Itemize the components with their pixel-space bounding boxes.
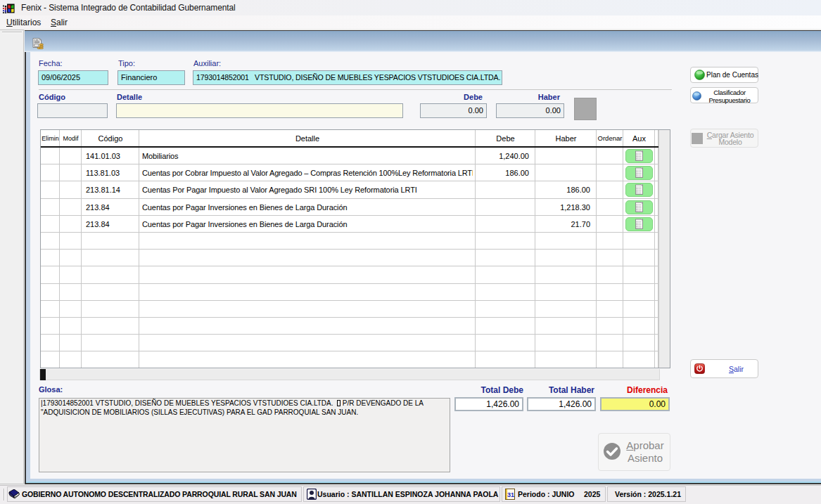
svg-text:31: 31: [507, 491, 514, 498]
